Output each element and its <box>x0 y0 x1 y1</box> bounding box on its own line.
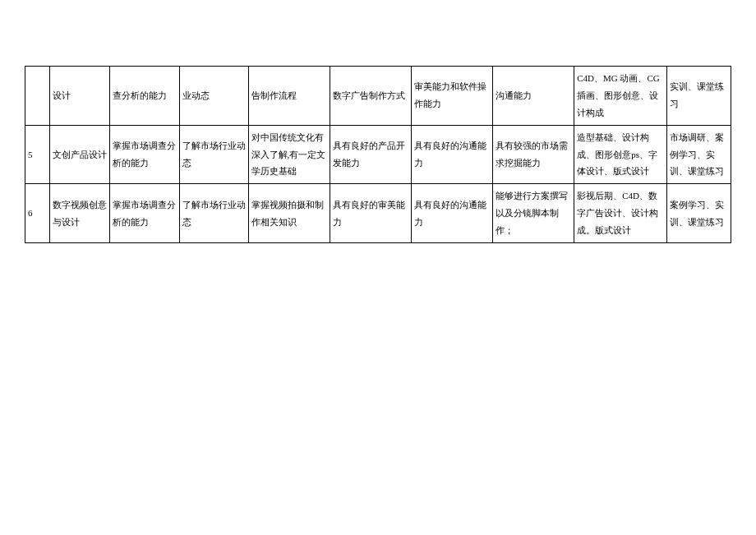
cell-col2: 掌握市场调查分析的能力 <box>110 184 179 243</box>
cell-col3: 了解市场行业动态 <box>179 184 248 243</box>
cell-col4: 告制作流程 <box>248 67 330 126</box>
cell-index <box>25 67 50 126</box>
cell-col3: 了解市场行业动态 <box>179 125 248 184</box>
cell-col7: 沟通能力 <box>493 67 574 126</box>
cell-index: 5 <box>25 125 50 184</box>
table-row: 设计 查分析的能力 业动态 告制作流程 数字广告制作方式 审美能力和软件操作能力… <box>25 67 731 126</box>
cell-col6: 具有良好的沟通能力 <box>411 125 492 184</box>
cell-col6: 审美能力和软件操作能力 <box>411 67 492 126</box>
cell-course: 设计 <box>50 67 110 126</box>
cell-col2: 查分析的能力 <box>110 67 179 126</box>
cell-col5: 数字广告制作方式 <box>330 67 411 126</box>
cell-col7: 能够进行方案撰写以及分镜脚本制作； <box>493 184 574 243</box>
cell-col2: 掌握市场调查分析的能力 <box>110 125 179 184</box>
cell-col7: 具有较强的市场需求挖掘能力 <box>493 125 574 184</box>
cell-col8: C4D、MG 动画、CG 插画、图形创意、设计构成 <box>574 67 667 126</box>
cell-col8: 造型基础、设计构成、图形创意ps、字体设计、版式设计 <box>574 125 667 184</box>
cell-col3: 业动态 <box>179 67 248 126</box>
cell-col5: 具有良好的产品开发能力 <box>330 125 411 184</box>
cell-col9: 实训、课堂练习 <box>667 67 731 126</box>
cell-course: 文创产品设计 <box>50 125 110 184</box>
curriculum-table: 设计 查分析的能力 业动态 告制作流程 数字广告制作方式 审美能力和软件操作能力… <box>25 66 731 243</box>
cell-index: 6 <box>25 184 50 243</box>
cell-col9: 市场调研、案例学习、实训、课堂练习 <box>667 125 731 184</box>
cell-col4: 对中国传统文化有深入了解,有一定文学历史基础 <box>248 125 330 184</box>
cell-course: 数字视频创意与设计 <box>50 184 110 243</box>
cell-col9: 案例学习、实训、课堂练习 <box>667 184 731 243</box>
cell-col5: 具有良好的审美能力 <box>330 184 411 243</box>
cell-col6: 具有良好的沟通能力 <box>411 184 492 243</box>
table-row: 6 数字视频创意与设计 掌握市场调查分析的能力 了解市场行业动态 掌握视频拍摄和… <box>25 184 731 243</box>
cell-col4: 掌握视频拍摄和制作相关知识 <box>248 184 330 243</box>
table-row: 5 文创产品设计 掌握市场调查分析的能力 了解市场行业动态 对中国传统文化有深入… <box>25 125 731 184</box>
cell-col8: 影视后期、C4D、数字广告设计、设计构成。版式设计 <box>574 184 667 243</box>
